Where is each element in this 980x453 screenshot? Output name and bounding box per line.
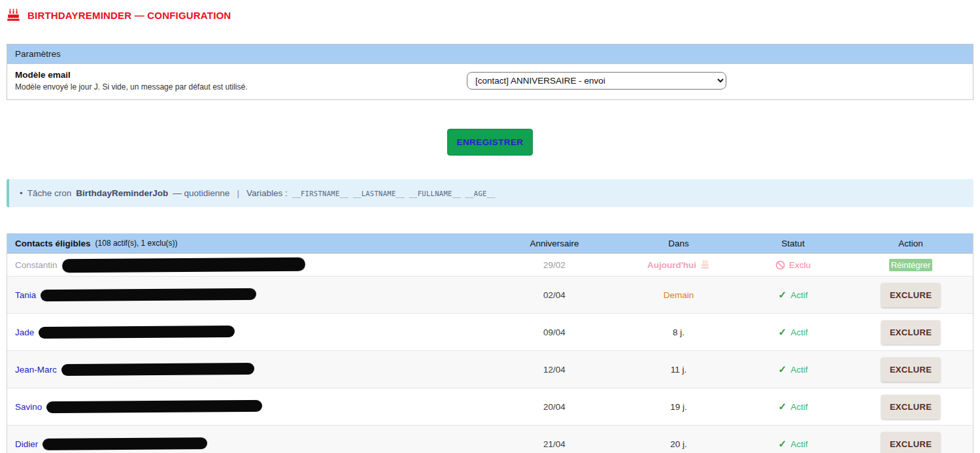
- action-cell: EXCLURE: [849, 358, 973, 382]
- email-template-label-block: Modèle email Modèle envoyé le jour J. Si…: [15, 70, 467, 92]
- status-value: Actif: [790, 365, 807, 375]
- contact-name-cell: Jean-Marc: [7, 363, 489, 375]
- table-row: Jean-Marc 12/04 11 j.: [7, 351, 973, 388]
- due-wrap: Aujourd'hui: [647, 260, 710, 270]
- action-button[interactable]: EXCLURE: [881, 432, 940, 453]
- birthday-value: 21/04: [543, 439, 566, 449]
- action-button[interactable]: EXCLURE: [881, 395, 940, 419]
- birthday-value: 02/04: [543, 290, 566, 300]
- due-value: 20 j.: [670, 439, 687, 449]
- status-value: Actif: [790, 290, 807, 300]
- page-header: BIRTHDAYREMINDER — CONFIGURATION: [0, 0, 980, 22]
- status-cell: ✓ Actif: [737, 326, 849, 338]
- contacts-count: (108 actif(s), 1 exclu(s)): [95, 239, 178, 248]
- contact-name-link[interactable]: Jade: [15, 327, 34, 337]
- birthday-value: 12/04: [543, 365, 566, 375]
- due-wrap: 20 j.: [670, 439, 687, 449]
- due-cell: 19 j.: [620, 402, 737, 412]
- due-value: 19 j.: [670, 402, 687, 412]
- birthday-cell: 20/04: [489, 402, 620, 412]
- check-icon: ✓: [779, 438, 787, 450]
- settings-panel-header: Paramètres: [7, 44, 973, 64]
- status-cell: ✓ Actif: [737, 289, 849, 301]
- status-cell: ✓ Exclu: [737, 260, 849, 270]
- action-cell: EXCLURE: [849, 395, 973, 419]
- birthday-cake-icon: [7, 8, 20, 22]
- due-wrap: 11 j.: [671, 365, 687, 375]
- save-button[interactable]: ENREGISTRER: [447, 129, 533, 156]
- bullet: •: [20, 188, 23, 198]
- redacted-text: [46, 400, 262, 413]
- cron-text: Tâche cron: [27, 188, 72, 198]
- contacts-title: Contacts éligibles: [15, 239, 91, 248]
- column-due: Dans: [620, 239, 737, 248]
- due-wrap: 19 j.: [670, 402, 687, 412]
- contact-name-cell: Savino: [7, 401, 489, 412]
- contact-name-cell: Constantin: [7, 258, 489, 272]
- contact-name-link[interactable]: Savino: [15, 402, 42, 412]
- contact-name-link[interactable]: Tania: [15, 290, 36, 300]
- action-button[interactable]: EXCLURE: [881, 283, 940, 307]
- contact-name-link[interactable]: Didier: [15, 439, 38, 449]
- column-action: Action: [849, 239, 973, 248]
- table-row: Didier 21/04 20 j.: [7, 426, 973, 453]
- redacted-text: [61, 257, 305, 273]
- contacts-table-header: Contacts éligibles (108 actif(s), 1 excl…: [7, 233, 973, 254]
- birthday-cell: 21/04: [489, 439, 620, 449]
- birthday-cell: 29/02: [489, 260, 620, 270]
- email-template-label: Modèle email: [15, 70, 467, 80]
- email-template-help: Modèle envoyé le jour J. Si vide, un mes…: [15, 82, 467, 92]
- redacted-text: [42, 437, 207, 450]
- status-cell: ✓ Actif: [737, 363, 849, 375]
- status-cell: ✓ Actif: [737, 401, 849, 412]
- birthday-cell: 09/04: [489, 327, 620, 337]
- redacted-text: [39, 326, 235, 339]
- page-title: BIRTHDAYREMINDER — CONFIGURATION: [27, 10, 231, 21]
- cake-icon: [700, 260, 710, 269]
- prohibited-icon: [775, 260, 785, 270]
- divider: |: [237, 188, 239, 198]
- due-value: Aujourd'hui: [647, 260, 696, 270]
- action-cell: EXCLURE: [849, 320, 973, 344]
- variables-list: __FIRSTNAME__ __LASTNAME__ __FULLNAME__ …: [292, 190, 496, 197]
- due-cell: 8 j.: [620, 327, 737, 337]
- action-cell: EXCLURE: [849, 432, 973, 453]
- check-icon: ✓: [779, 289, 787, 301]
- status-value: Exclu: [789, 260, 811, 270]
- birthday-value: 29/02: [543, 260, 566, 270]
- contact-name-link[interactable]: Constantin: [15, 260, 58, 270]
- contact-name-cell: Tania: [7, 289, 489, 301]
- check-icon: ✓: [779, 326, 787, 338]
- action-button[interactable]: EXCLURE: [881, 320, 940, 344]
- due-value: 8 j.: [673, 327, 684, 337]
- contact-name-cell: Didier: [7, 438, 489, 450]
- status-cell: ✓ Actif: [737, 438, 849, 450]
- settings-panel: Paramètres Modèle email Modèle envoyé le…: [7, 44, 973, 100]
- due-cell: 11 j.: [620, 365, 737, 375]
- contact-name-link[interactable]: Jean-Marc: [15, 365, 57, 375]
- action-cell: EXCLURE: [849, 283, 973, 307]
- contacts-table: Contacts éligibles (108 actif(s), 1 excl…: [7, 233, 973, 453]
- birthday-cell: 12/04: [489, 365, 620, 375]
- action-button[interactable]: EXCLURE: [881, 358, 940, 382]
- contact-name-cell: Jade: [7, 326, 489, 338]
- variables-label: Variables :: [246, 188, 288, 198]
- check-icon: ✓: [779, 401, 787, 412]
- table-row: Savino 20/04 19 j.: [7, 388, 973, 426]
- table-row: Tania 02/04 Demain: [7, 277, 973, 314]
- settings-panel-body: Modèle email Modèle envoyé le jour J. Si…: [7, 64, 973, 99]
- due-wrap: Demain: [664, 290, 694, 300]
- due-value: 11 j.: [671, 365, 687, 375]
- cron-frequency: — quotidienne: [173, 188, 229, 198]
- redacted-text: [61, 363, 254, 376]
- birthday-cell: 02/04: [489, 290, 620, 300]
- save-row: ENREGISTRER: [0, 129, 980, 156]
- status-value: Actif: [790, 327, 807, 337]
- email-template-select[interactable]: [contact] ANNIVERSAIRE - envoi: [467, 72, 726, 90]
- action-button[interactable]: Réintégrer: [889, 259, 933, 271]
- due-cell: Aujourd'hui: [620, 260, 737, 270]
- contacts-table-body: Constantin 29/02 Aujourd'hui: [7, 254, 973, 453]
- cron-job-name: BirthdayReminderJob: [76, 188, 168, 198]
- redacted-text: [41, 288, 256, 301]
- birthday-value: 20/04: [543, 402, 566, 412]
